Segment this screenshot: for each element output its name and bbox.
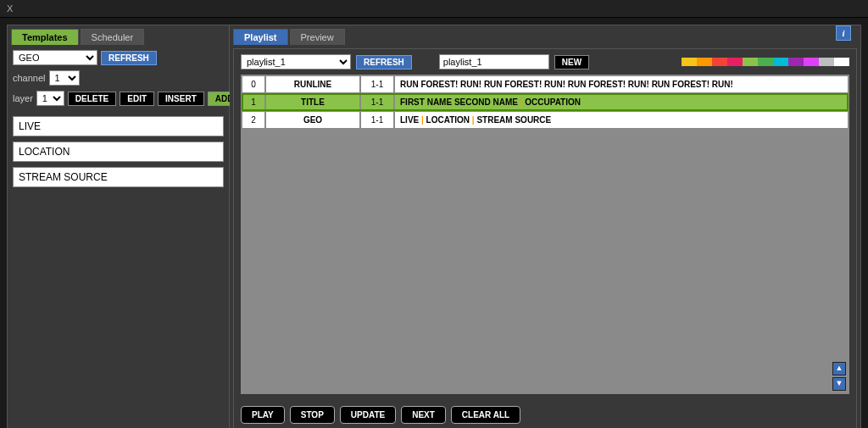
playlist-select[interactable]: playlist_1 (241, 54, 351, 69)
refresh-button[interactable]: REFRESH (101, 51, 157, 65)
stop-button[interactable]: STOP (290, 406, 335, 424)
color-swatch[interactable] (804, 58, 819, 66)
playlist-table: 0RUNLINE1-1RUN FOREST! RUN! RUN FOREST! … (241, 75, 849, 130)
color-swatch[interactable] (758, 58, 773, 66)
playlist-refresh-button[interactable]: REFRESH (356, 55, 412, 69)
row-index: 0 (242, 76, 264, 92)
insert-button[interactable]: INSERT (158, 92, 204, 106)
edit-button[interactable]: EDIT (120, 92, 154, 106)
nav-arrows: ▲ ▼ (832, 362, 846, 391)
color-swatch[interactable] (819, 58, 834, 66)
clear-all-button[interactable]: CLEAR ALL (451, 406, 520, 424)
tab-templates[interactable]: Templates (11, 29, 79, 45)
row-channel: 1-1 (361, 94, 393, 110)
field-input-1[interactable] (13, 142, 224, 162)
color-swatch[interactable] (773, 58, 788, 66)
color-swatch[interactable] (743, 58, 758, 66)
channel-row: channel 1 (8, 70, 229, 91)
color-swatch[interactable] (697, 58, 712, 66)
color-swatches (682, 58, 849, 66)
new-button[interactable]: NEW (554, 55, 589, 69)
template-select[interactable]: GEO (13, 50, 97, 65)
tab-playlist[interactable]: Playlist (233, 29, 288, 45)
info-icon[interactable]: i (836, 25, 851, 41)
table-row[interactable]: 1TITLE1-1FIRST NAME SECOND NAME | OCCUPA… (242, 94, 848, 110)
update-button[interactable]: UPDATE (340, 406, 396, 424)
color-swatch[interactable] (834, 58, 849, 66)
row-type: GEO (266, 112, 359, 128)
next-button[interactable]: NEXT (401, 406, 446, 424)
layer-select[interactable]: 1 (36, 91, 64, 106)
playlist-area: 0RUNLINE1-1RUN FOREST! RUN! RUN FOREST! … (241, 75, 849, 394)
bottom-buttons: PLAY STOP UPDATE NEXT CLEAR ALL (234, 399, 856, 428)
color-swatch[interactable] (712, 58, 727, 66)
table-row[interactable]: 2GEO1-1LIVE | LOCATION | STREAM SOURCE (242, 112, 848, 128)
tab-scheduler[interactable]: Scheduler (81, 29, 145, 45)
color-swatch[interactable] (682, 58, 697, 66)
left-tab-row: Templates Scheduler (8, 25, 229, 45)
arrow-up-icon[interactable]: ▲ (832, 362, 846, 375)
channel-label: channel (13, 73, 46, 83)
row-content: LIVE | LOCATION | STREAM SOURCE (395, 112, 848, 128)
tab-preview[interactable]: Preview (290, 29, 345, 45)
table-row[interactable]: 0RUNLINE1-1RUN FOREST! RUN! RUN FOREST! … (242, 76, 848, 92)
row-index: 1 (242, 94, 264, 110)
row-channel: 1-1 (361, 76, 393, 92)
row-index: 2 (242, 112, 264, 128)
play-button[interactable]: PLAY (241, 406, 285, 424)
row-channel: 1-1 (361, 112, 393, 128)
playlist-name-input[interactable] (439, 54, 549, 69)
field-input-2[interactable] (13, 167, 224, 187)
field-list (8, 111, 229, 192)
window-title: X (0, 0, 868, 18)
right-panel: Playlist Preview i playlist_1 REFRESH NE… (230, 25, 860, 428)
layer-label: layer (13, 93, 33, 103)
row-content: RUN FOREST! RUN! RUN FOREST! RUN! RUN FO… (395, 76, 848, 92)
playlist-header: i playlist_1 REFRESH NEW (234, 49, 856, 75)
template-select-row: GEO REFRESH (8, 45, 229, 70)
channel-select[interactable]: 1 (49, 70, 80, 86)
color-swatch[interactable] (727, 58, 743, 66)
delete-button[interactable]: DELETE (68, 92, 116, 106)
right-inner: i playlist_1 REFRESH NEW 0RUNLINE1-1RUN … (233, 48, 857, 428)
arrow-down-icon[interactable]: ▼ (832, 377, 846, 391)
row-type: RUNLINE (266, 76, 359, 92)
left-panel: Templates Scheduler GEO REFRESH channel … (8, 25, 230, 428)
color-swatch[interactable] (788, 58, 804, 66)
right-tab-row: Playlist Preview (230, 25, 860, 45)
row-type: TITLE (266, 94, 359, 110)
field-input-0[interactable] (13, 116, 224, 136)
row-content: FIRST NAME SECOND NAME | OCCUPATION (395, 94, 848, 110)
main-frame: Templates Scheduler GEO REFRESH channel … (7, 25, 861, 428)
layer-row: layer 1 DELETE EDIT INSERT ADD (8, 91, 229, 111)
